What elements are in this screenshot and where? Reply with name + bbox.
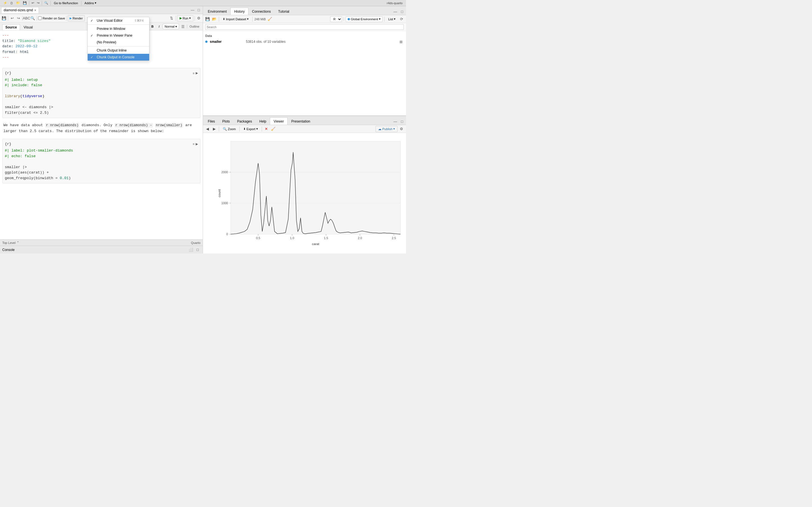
env-maximize-btn[interactable]: □ <box>399 9 405 14</box>
spell-check-btn[interactable]: ABC <box>24 15 29 21</box>
undo-editor-btn[interactable]: ↩ <box>9 15 15 21</box>
chunk2-line3: geom_freqpoly(binwidth = 0.01) <box>5 176 71 180</box>
run-btn[interactable]: ▶ Run ▾ <box>177 15 193 21</box>
dropdown-item-no-preview[interactable]: (No Preview) <box>88 39 149 46</box>
save-file-btn[interactable]: 💾 <box>1 15 7 21</box>
console-maximize-btn[interactable]: □ <box>195 247 200 252</box>
list-btn[interactable]: List ▾ <box>386 16 398 22</box>
save-btn[interactable]: 💾 <box>22 1 28 5</box>
plot-next-btn[interactable]: ▶ <box>211 126 217 132</box>
dropdown-item-use-visual-editor[interactable]: ✓ Use Visual Editor ⇧⌘F4 <box>88 17 149 24</box>
plot-prev-btn[interactable]: ◀ <box>205 126 210 132</box>
sep3 <box>50 1 51 5</box>
delete-plot-btn[interactable]: ✕ <box>264 126 269 132</box>
tab-environment-label: Environment <box>208 10 227 13</box>
tab-environment[interactable]: Environment <box>204 8 231 15</box>
editor-content[interactable]: --- title: "Diamond sizes" date: 2022-09… <box>0 31 203 239</box>
tab-help[interactable]: Help <box>256 117 270 125</box>
r-dropdown[interactable]: R <box>330 16 342 22</box>
format-dropdown-btn[interactable]: Normal ▾ <box>163 24 179 29</box>
options-btn[interactable]: ⚙ <box>196 15 202 21</box>
check-preview-viewer: ✓ <box>91 34 93 38</box>
editor-tab-qmd[interactable]: diamond-sizes.qmd ✕ <box>1 7 39 13</box>
tab-help-label: Help <box>259 119 266 123</box>
tab-presentation[interactable]: Presentation <box>288 117 314 125</box>
prose-code-1: r nrow(diamonds) <box>45 123 79 128</box>
chunk2-line1: smaller |> <box>5 165 27 169</box>
chunk-run-btn-1[interactable]: ▶ <box>196 71 198 75</box>
env-content: Data smaller 53814 obs. of 10 variables … <box>203 31 406 115</box>
tab-connections[interactable]: Connections <box>248 8 274 15</box>
chunk-settings-btn-1[interactable]: ≡ <box>193 71 195 75</box>
dropdown-item-preview-viewer[interactable]: ✓ Preview in Viewer Pane <box>88 32 149 39</box>
find-editor-btn[interactable]: 🔍 <box>30 15 36 21</box>
clear-env-btn[interactable]: 🧹 <box>267 16 273 22</box>
env-panel-tabbar: Environment History Connections Tutorial… <box>203 6 406 15</box>
tab-tutorial[interactable]: Tutorial <box>274 8 293 15</box>
env-item-name: smaller <box>210 40 244 44</box>
export-icon: ⬇ <box>243 127 246 130</box>
go-to-file-btn[interactable]: Go to file/function <box>52 0 80 6</box>
render-btn[interactable]: ▶ Render <box>68 15 85 21</box>
outline-btn[interactable]: Outline <box>188 25 200 28</box>
italic-btn[interactable]: I <box>157 23 161 30</box>
maximize-pane-btn[interactable]: □ <box>196 7 202 13</box>
console-pop-out-btn[interactable]: ⬜ <box>188 247 194 252</box>
redo-editor-btn[interactable]: ↪ <box>15 15 21 21</box>
plots-tabs-left: Files Plots Packages Help Viewer <box>204 117 314 125</box>
find-btn[interactable]: 🔍 <box>43 1 49 5</box>
redo-btn[interactable]: ↪ <box>36 1 41 5</box>
dropdown-item-chunk-console[interactable]: ✓ Chunk Output in Console <box>88 54 149 61</box>
source-tab[interactable]: Source <box>2 24 20 30</box>
env-dot <box>205 41 207 43</box>
env-toolbar: 💾 📂 ⬇ Import Dataset ▾ 248 MiB 🧹 R <box>203 15 406 23</box>
plots-minimize-btn[interactable]: — <box>393 119 398 124</box>
sep <box>66 16 66 21</box>
import-dataset-btn[interactable]: ⬇ Import Dataset ▾ <box>221 16 251 22</box>
env-minimize-btn[interactable]: — <box>393 9 398 14</box>
dropdown-item-preview-window[interactable]: Preview in Window <box>88 25 149 32</box>
render-on-save-text: Render on Save <box>43 17 65 20</box>
chunk-run-btn-2[interactable]: ▶ <box>196 142 198 146</box>
tab-files-label: Files <box>208 119 215 123</box>
editor-tab-close[interactable]: ✕ <box>34 9 36 12</box>
yaml-date-key: date: <box>2 44 13 48</box>
rstudio-icon[interactable]: ⚡ <box>2 1 8 5</box>
tab-files[interactable]: Files <box>204 117 218 125</box>
visual-tab[interactable]: Visual <box>20 24 36 30</box>
minimize-pane-btn[interactable]: — <box>190 7 195 13</box>
viewer-settings-btn[interactable]: ⚙ <box>399 126 404 132</box>
app-title-label: r4ds-quarto <box>386 1 404 5</box>
new-file-btn[interactable]: 🗋 <box>9 1 14 5</box>
tab-plots[interactable]: Plots <box>218 117 234 125</box>
bold-label: B <box>151 25 154 28</box>
addins-btn[interactable]: Addins ▾ <box>83 0 99 6</box>
window-controls: r4ds-quarto <box>386 1 404 5</box>
undo-btn[interactable]: ↩ <box>31 1 35 5</box>
render-on-save-label: Render on Save <box>38 16 65 20</box>
chunk-settings-btn-2[interactable]: ≡ <box>193 142 195 146</box>
open-btn[interactable]: 📁 <box>15 1 21 5</box>
dropdown-item-chunk-inline[interactable]: Chunk Output Inline <box>88 47 149 54</box>
clear-plots-btn[interactable]: 🧹 <box>270 126 276 132</box>
publish-btn[interactable]: ☁ Publish ▾ <box>375 126 398 132</box>
env-search-input[interactable] <box>205 24 404 30</box>
jump-to-btn[interactable]: ⇅ <box>169 15 174 21</box>
bold-btn[interactable]: B <box>149 23 156 30</box>
chunk-controls-2: ≡ ▶ <box>193 142 198 146</box>
export-btn[interactable]: ⬇ Export ▾ <box>241 126 260 132</box>
list-btn[interactable]: ☰ <box>180 24 186 29</box>
load-history-btn[interactable]: 📂 <box>211 16 217 22</box>
save-history-btn[interactable]: 💾 <box>205 16 210 22</box>
plots-maximize-btn[interactable]: □ <box>399 119 405 124</box>
expand-item-btn[interactable]: ⊞ <box>398 39 404 45</box>
render-on-save-check[interactable] <box>38 16 42 20</box>
refresh-env-btn[interactable]: ⟳ <box>399 16 404 22</box>
run-arrow: ▾ <box>189 16 191 20</box>
tab-packages[interactable]: Packages <box>234 117 256 125</box>
tab-history[interactable]: History <box>231 8 248 15</box>
global-env-btn[interactable]: Global Environment ▾ <box>346 16 383 22</box>
export-arrow: ▾ <box>256 127 258 131</box>
zoom-btn[interactable]: 🔍 Zoom <box>221 126 238 132</box>
tab-viewer[interactable]: Viewer <box>270 117 287 125</box>
